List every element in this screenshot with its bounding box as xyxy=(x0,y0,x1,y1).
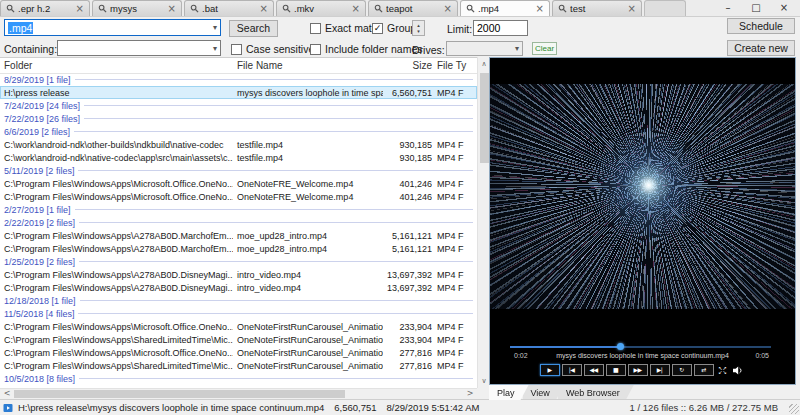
group-divider xyxy=(78,313,473,314)
shuffle-button[interactable]: ⇄ xyxy=(694,364,714,376)
column-header-size[interactable]: Size xyxy=(383,60,432,71)
play-icon: ▶ xyxy=(547,367,551,373)
column-header-folder[interactable]: Folder xyxy=(0,60,233,71)
table-row[interactable]: C:\Program Files\WindowsApps\A278AB0D.Di… xyxy=(0,281,477,294)
tab-bat[interactable]: .bat× xyxy=(184,0,274,16)
minimize-icon[interactable]: – xyxy=(714,1,742,15)
close-icon[interactable]: × xyxy=(770,1,798,15)
group-label: 7/22/2019 [26 files] xyxy=(0,114,80,124)
table-row[interactable]: C:\Program Files\WindowsApps\A278AB0D.Di… xyxy=(0,268,477,281)
scroll-left-icon[interactable]: < xyxy=(1,389,13,399)
new-tab-stub[interactable] xyxy=(644,0,686,16)
table-row[interactable]: C:\Program Files\WindowsApps\SharedLimit… xyxy=(0,333,477,346)
drives-label: Drives: xyxy=(412,44,445,56)
tab-label: .mkv xyxy=(294,3,349,14)
shuffle-icon: ⇄ xyxy=(701,367,706,373)
group-row: 2/27/2019 [1 file] xyxy=(0,203,477,216)
size-cell: 930,185 xyxy=(383,153,432,163)
include-folder-names-checkbox[interactable] xyxy=(310,44,321,55)
scroll-right-icon[interactable]: > xyxy=(464,389,476,399)
tab-close-icon[interactable]: × xyxy=(536,4,544,13)
tab-mp4[interactable]: .mp4× xyxy=(460,0,550,16)
horizontal-scroll-thumb[interactable] xyxy=(14,390,345,398)
group-checkbox[interactable]: ✓ xyxy=(372,23,383,34)
table-row[interactable]: C:\Program Files\WindowsApps\Microsoft.O… xyxy=(0,320,477,333)
drives-dropdown[interactable]: ▾ xyxy=(446,41,523,56)
table-row[interactable]: H:\press releasemysys discovers loophole… xyxy=(0,86,477,99)
time-row: 0:02 mysys discovers loophole in time sp… xyxy=(490,352,795,362)
chevron-down-icon[interactable]: ▾ xyxy=(213,23,217,32)
tab-close-icon[interactable]: × xyxy=(444,4,452,13)
video-frame[interactable] xyxy=(490,84,795,309)
horizontal-scrollbar[interactable]: < > xyxy=(0,388,477,399)
tab-teapot[interactable]: teapot× xyxy=(368,0,458,16)
group-label: 11/5/2018 [4 files] xyxy=(0,309,74,319)
folder-cell: C:\Program Files\WindowsApps\SharedLimit… xyxy=(0,335,233,345)
case-sensitive-checkbox[interactable] xyxy=(231,44,242,55)
table-row[interactable]: C:\Program Files\WindowsApps\A278AB0D.Ma… xyxy=(0,242,477,255)
tab-label: teapot xyxy=(386,3,441,14)
search-icon xyxy=(190,4,199,13)
progress-thumb[interactable] xyxy=(617,343,624,350)
limit-input[interactable] xyxy=(473,20,528,36)
previous-button[interactable]: |◀ xyxy=(562,364,582,376)
column-header-file-name[interactable]: File Name xyxy=(233,60,383,71)
stop-button[interactable]: ■ xyxy=(606,364,626,376)
fullscreen-button[interactable]: ↖↗ ↙↘ xyxy=(716,364,730,376)
column-header-file-type[interactable]: File Ty xyxy=(432,60,473,71)
tab-epr-h-2[interactable]: .epr h.2× xyxy=(0,0,90,16)
volume-icon xyxy=(733,366,744,375)
containing-label: Containing: xyxy=(4,43,57,55)
tab-mkv[interactable]: .mkv× xyxy=(276,0,366,16)
tab-close-icon[interactable]: × xyxy=(168,4,176,13)
group-row: 1/25/2019 [2 files] xyxy=(0,255,477,268)
chevron-down-icon[interactable]: ▾ xyxy=(213,44,217,53)
name-cell: OneNoteFirstRunCarousel_Animation1.mp4 xyxy=(233,335,383,345)
resize-grip[interactable] xyxy=(789,404,799,414)
tab-test[interactable]: test× xyxy=(552,0,642,16)
group-divider xyxy=(75,79,473,80)
table-row[interactable]: C:\work\android-ndk\native-codec\app\src… xyxy=(0,151,477,164)
filetype-cell: MP4 F xyxy=(432,322,473,332)
repeat-button[interactable]: ↻ xyxy=(672,364,692,376)
exact-match-checkbox[interactable] xyxy=(310,23,321,34)
search-input[interactable]: .mp4 ▾ xyxy=(4,19,221,36)
spinner-down-icon[interactable]: ▾ xyxy=(417,28,420,34)
table-row[interactable]: C:\Program Files\WindowsApps\Microsoft.O… xyxy=(0,177,477,190)
table-row[interactable]: C:\Program Files\WindowsApps\SharedLimit… xyxy=(0,359,477,372)
clear-button[interactable]: Clear xyxy=(532,42,557,55)
table-row[interactable]: C:\Program Files\WindowsApps\Microsoft.O… xyxy=(0,346,477,359)
video-title: mysys discovers loophole in time space c… xyxy=(490,352,795,359)
table-row[interactable]: C:\work\android-ndk\other-builds\ndkbuil… xyxy=(0,138,477,151)
tab-close-icon[interactable]: × xyxy=(260,4,268,13)
tab-close-icon[interactable]: × xyxy=(76,4,84,13)
tab-close-icon[interactable]: × xyxy=(628,4,636,13)
filetype-cell: MP4 F xyxy=(432,140,473,150)
preview-panel: 0:02 mysys discovers loophole in time sp… xyxy=(489,57,796,385)
create-new-db-button[interactable]: Create new DB xyxy=(727,40,795,56)
table-row[interactable]: C:\Program Files\WindowsApps\A278AB0D.Ma… xyxy=(0,229,477,242)
schedule-button[interactable]: Schedule xyxy=(727,18,795,34)
group-divider xyxy=(79,222,473,223)
containing-input[interactable]: ▾ xyxy=(57,40,221,56)
tab-mysys[interactable]: mysys× xyxy=(92,0,182,16)
search-icon xyxy=(466,4,475,13)
search-button[interactable]: Search xyxy=(229,20,278,37)
next-button[interactable]: ▶| xyxy=(650,364,670,376)
vertical-scroll-thumb[interactable] xyxy=(480,73,489,163)
rewind-button[interactable]: ◀◀ xyxy=(584,364,604,376)
folder-cell: C:\Program Files\WindowsApps\SharedLimit… xyxy=(0,361,233,371)
group-divider xyxy=(75,209,473,210)
player-tab-web-browser[interactable]: Web Browser xyxy=(558,385,634,400)
volume-button[interactable] xyxy=(732,364,746,376)
tab-close-icon[interactable]: × xyxy=(352,4,360,13)
table-row[interactable]: C:\Program Files\WindowsApps\Microsoft.O… xyxy=(0,190,477,203)
seek-slider[interactable] xyxy=(510,345,771,348)
size-cell: 233,904 xyxy=(383,335,432,345)
fast-forward-button[interactable]: ▶▶ xyxy=(628,364,648,376)
player-tab-view[interactable]: View xyxy=(523,385,564,400)
group-divider xyxy=(74,131,473,132)
maximize-icon[interactable]: □ xyxy=(742,1,770,15)
play-button[interactable]: ▶ xyxy=(540,364,560,376)
group-spinner[interactable]: ▴ ▾ xyxy=(412,20,425,36)
